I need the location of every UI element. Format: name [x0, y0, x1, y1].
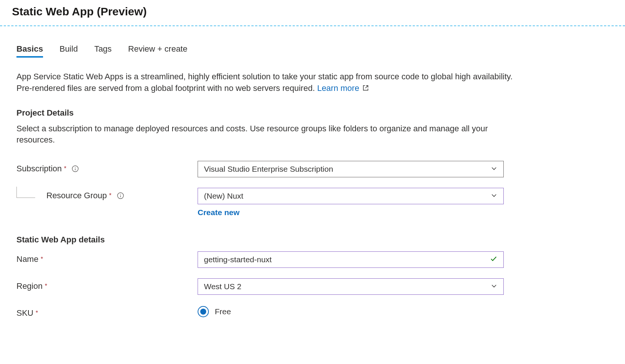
field-row-resource-group: Resource Group * (New) Nuxt Create new	[16, 188, 535, 217]
divider-dashed	[0, 25, 625, 26]
create-new-link[interactable]: Create new	[198, 208, 240, 217]
required-indicator: *	[109, 192, 111, 199]
sku-radio-group: Free	[198, 305, 504, 317]
chevron-down-icon	[491, 282, 497, 291]
name-input[interactable]: getting-started-nuxt	[198, 251, 504, 268]
field-label-col: Subscription *	[16, 161, 198, 174]
subscription-value: Visual Studio Enterprise Subscription	[204, 165, 333, 174]
learn-more-label: Learn more	[317, 83, 359, 93]
resource-group-select[interactable]: (New) Nuxt	[198, 188, 504, 204]
page-title: Static Web App (Preview)	[0, 0, 625, 25]
tab-review-create[interactable]: Review + create	[128, 44, 187, 58]
name-value: getting-started-nuxt	[204, 255, 272, 264]
field-label-col: Resource Group *	[16, 188, 198, 201]
info-icon[interactable]	[117, 192, 124, 199]
radio-dot-icon	[200, 309, 206, 315]
content-area: Basics Build Tags Review + create App Se…	[0, 44, 535, 333]
field-row-subscription: Subscription * Visual Studio Enterprise …	[16, 161, 535, 177]
field-row-region: Region * West US 2	[16, 278, 535, 295]
section-desc-project-details: Select a subscription to manage deployed…	[16, 123, 514, 146]
learn-more-link[interactable]: Learn more	[317, 83, 369, 93]
region-select[interactable]: West US 2	[198, 278, 504, 295]
info-icon[interactable]	[71, 165, 79, 172]
external-link-icon	[362, 83, 369, 95]
field-input-col: (New) Nuxt Create new	[198, 188, 504, 217]
field-row-sku: SKU * Free	[16, 305, 535, 318]
resource-group-value: (New) Nuxt	[204, 192, 243, 201]
sku-radio-free[interactable]	[198, 306, 209, 317]
tab-build[interactable]: Build	[60, 44, 78, 58]
region-label: Region	[16, 281, 43, 291]
field-input-col: West US 2	[198, 278, 504, 295]
chevron-down-icon	[491, 165, 497, 174]
field-label-col: Region *	[16, 278, 198, 291]
field-label-col: Name *	[16, 251, 198, 264]
tab-bar: Basics Build Tags Review + create	[16, 44, 535, 58]
sku-radio-label: Free	[215, 307, 231, 316]
field-label-col: SKU *	[16, 305, 198, 318]
chevron-down-icon	[491, 192, 497, 201]
tab-basics[interactable]: Basics	[16, 44, 43, 58]
field-input-col: Free	[198, 305, 504, 317]
field-input-col: Visual Studio Enterprise Subscription	[198, 161, 504, 177]
intro-paragraph: App Service Static Web Apps is a streaml…	[16, 71, 514, 95]
region-value: West US 2	[204, 282, 241, 291]
section-heading-project-details: Project Details	[16, 108, 535, 118]
tab-tags[interactable]: Tags	[94, 44, 112, 58]
indent-connector	[16, 187, 35, 198]
intro-text: App Service Static Web Apps is a streaml…	[16, 72, 513, 93]
subscription-label: Subscription	[16, 164, 62, 174]
name-label: Name	[16, 254, 39, 264]
svg-point-4	[120, 194, 121, 195]
section-heading-swa-details: Static Web App details	[16, 235, 535, 245]
required-indicator: *	[41, 256, 43, 263]
field-input-col: getting-started-nuxt	[198, 251, 504, 268]
required-indicator: *	[36, 310, 38, 316]
resource-group-label: Resource Group	[46, 191, 107, 201]
subscription-select[interactable]: Visual Studio Enterprise Subscription	[198, 161, 504, 177]
required-indicator: *	[45, 283, 47, 290]
check-icon	[490, 255, 497, 264]
svg-point-1	[75, 167, 76, 168]
field-row-name: Name * getting-started-nuxt	[16, 251, 535, 268]
required-indicator: *	[64, 165, 66, 172]
sku-label: SKU	[16, 308, 33, 318]
